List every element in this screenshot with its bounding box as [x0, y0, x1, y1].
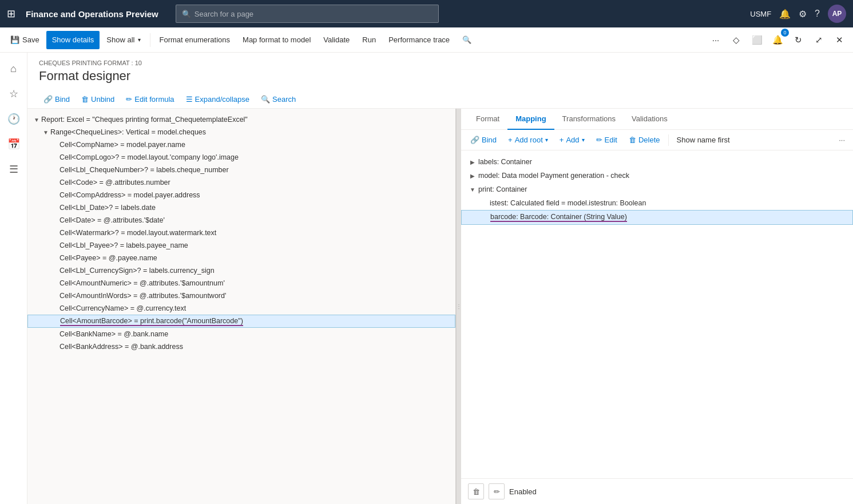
tab-transformations[interactable]: Transformations	[554, 109, 624, 130]
refresh-button[interactable]: ↻	[789, 31, 807, 49]
save-icon: 💾	[10, 35, 19, 44]
tree-row[interactable]: Cell<Lbl_Date>? = labels.date	[27, 201, 455, 214]
close-button[interactable]: ✕	[830, 31, 848, 49]
search-command-button[interactable]: 🔍	[457, 31, 477, 49]
tree-expand-icon: ▼	[41, 128, 50, 137]
tree-row[interactable]: Cell<Lbl_ChequeNumber>? = labels.cheque_…	[27, 164, 455, 176]
edit-bottom-button[interactable]: ✏	[489, 483, 505, 499]
sidebar-home-icon[interactable]: ⌂	[2, 57, 25, 80]
tree-row[interactable]: Cell<BankAddress> = @.bank.address	[27, 340, 455, 353]
settings-icon[interactable]: ⚙	[799, 9, 807, 19]
pane-divider[interactable]: ⋮	[457, 109, 461, 504]
expand-button[interactable]: ⤢	[810, 31, 828, 49]
add-chevron-icon: ▾	[582, 137, 585, 143]
tree-leaf-icon	[50, 140, 59, 149]
add-root-chevron-icon: ▾	[545, 137, 548, 143]
rtree-row[interactable]: ▼ print: Container	[461, 182, 853, 196]
tree-row[interactable]: Cell<AmountNumeric> = @.attributes.'$amo…	[27, 277, 455, 289]
rtree-leaf-icon	[479, 199, 489, 208]
rtree-row[interactable]: ▶ labels: Container	[461, 155, 853, 169]
diamond-button[interactable]: ◇	[727, 31, 745, 49]
tree-row[interactable]: Cell<Date> = @.attributes.'$date'	[27, 214, 455, 227]
show-all-button[interactable]: Show all ▾	[101, 31, 146, 49]
sidebar: ⌂ ☆ 🕐 📅 ☰	[0, 53, 27, 504]
rtree-expand-icon: ▼	[468, 185, 477, 194]
expand-collapse-button[interactable]: ☰ Expand/collapse	[181, 93, 254, 106]
grid-icon[interactable]: ⊞	[7, 7, 15, 20]
validate-button[interactable]: Validate	[318, 31, 355, 49]
sidebar-star-icon[interactable]: ☆	[2, 82, 25, 105]
tree-row[interactable]: Cell<CompAddress> = model.payer.address	[27, 189, 455, 201]
show-all-chevron-icon: ▾	[138, 37, 141, 43]
left-pane: ▼ Report: Excel = "Cheques printing form…	[27, 109, 457, 504]
tab-validations[interactable]: Validations	[624, 109, 676, 130]
add-root-button[interactable]: + Add root ▾	[503, 133, 553, 146]
rtree-row[interactable]: ▶ model: Data model Payment generation -…	[461, 169, 853, 182]
tree-row[interactable]: ▼ Range<ChequeLines>: Vertical = model.c…	[27, 126, 455, 138]
rt-separator	[668, 134, 669, 146]
tree-row[interactable]: Cell<Payee> = @.payee.name	[27, 252, 455, 264]
delete-button[interactable]: 🗑 Delete	[624, 133, 665, 146]
tree-row[interactable]: Cell<BankName> = @.bank.name	[27, 328, 455, 340]
separator-1	[150, 33, 150, 47]
map-format-button[interactable]: Map format to model	[237, 31, 316, 49]
tree-leaf-icon	[50, 153, 59, 162]
rtree-row-selected[interactable]: barcode: Barcode: Container (String Valu…	[461, 210, 853, 225]
tree-leaf-icon	[51, 317, 60, 326]
badge-count: 0	[781, 29, 789, 37]
right-bottom: 🗑 ✏ Enabled	[461, 478, 853, 504]
tree-leaf-icon	[50, 178, 59, 187]
tree-leaf-icon	[50, 216, 59, 225]
columns-button[interactable]: ⬜	[748, 31, 766, 49]
save-button[interactable]: 💾 Save	[5, 31, 45, 49]
search-icon: 🔍	[182, 10, 191, 18]
more-button[interactable]: ···	[835, 133, 848, 146]
tree-row-selected[interactable]: Cell<AmountBarcode> = print.barcode("Amo…	[27, 315, 455, 328]
right-tree: ▶ labels: Container ▶ model: Data model …	[461, 150, 853, 478]
breadcrumb: CHEQUES PRINTING FORMAT : 10	[39, 59, 842, 66]
tree-row[interactable]: Cell<Code> = @.attributes.number	[27, 176, 455, 189]
unbind-button[interactable]: 🗑 Unbind	[77, 93, 119, 106]
show-name-first-button[interactable]: Show name first	[672, 133, 735, 146]
tree-row[interactable]: Cell<CurrencyName> = @.currency.text	[27, 302, 455, 315]
help-icon[interactable]: ?	[815, 9, 820, 19]
more-options-button[interactable]: ···	[707, 31, 725, 49]
tree-row[interactable]: Cell<CompLogo>? = model.layout.'company …	[27, 151, 455, 164]
edit-formula-button[interactable]: ✏ Edit formula	[121, 93, 178, 106]
expand-collapse-icon: ☰	[186, 95, 193, 104]
global-search[interactable]: 🔍	[176, 5, 439, 23]
tree-row[interactable]: Cell<CompName> = model.payer.name	[27, 138, 455, 151]
tree-expand-icon: ▼	[32, 115, 41, 124]
environment-label: USMF	[750, 10, 771, 18]
show-details-button[interactable]: Show details	[46, 31, 100, 49]
tab-format[interactable]: Format	[468, 109, 507, 130]
tree-row[interactable]: Cell<Lbl_CurrencySign>? = labels.currenc…	[27, 264, 455, 277]
tree-leaf-icon	[50, 228, 59, 237]
sidebar-list-icon[interactable]: ☰	[2, 158, 25, 181]
notifications-cmd-button[interactable]: 🔔 0	[768, 31, 787, 49]
notifications-icon[interactable]: 🔔	[779, 9, 791, 19]
sidebar-calendar-icon[interactable]: 📅	[2, 133, 25, 156]
right-toolbar: 🔗 Bind + Add root ▾ + Add ▾ ✏	[461, 130, 853, 150]
delete-bottom-button[interactable]: 🗑	[468, 483, 484, 499]
add-button[interactable]: + Add ▾	[555, 133, 589, 146]
tree-row[interactable]: Cell<Lbl_Payee>? = labels.payee_name	[27, 239, 455, 252]
bind-button[interactable]: 🔗 Bind	[39, 93, 74, 106]
sidebar-recent-icon[interactable]: 🕐	[2, 108, 25, 130]
rtree-row[interactable]: istest: Calculated field = model.istestr…	[461, 196, 853, 210]
performance-trace-button[interactable]: Performance trace	[383, 31, 455, 49]
tree-row[interactable]: ▼ Report: Excel = "Cheques printing form…	[27, 113, 455, 126]
global-search-input[interactable]	[195, 10, 433, 18]
tab-mapping[interactable]: Mapping	[507, 109, 554, 130]
edit-formula-icon: ✏	[126, 95, 132, 104]
tree-row[interactable]: Cell<Watermark>? = model.layout.watermar…	[27, 227, 455, 239]
edit-button[interactable]: ✏ Edit	[592, 133, 622, 146]
run-button[interactable]: Run	[356, 31, 382, 49]
tree-leaf-icon	[50, 266, 59, 275]
avatar[interactable]: AP	[828, 5, 846, 23]
search-button[interactable]: 🔍 Search	[256, 93, 300, 106]
tree-row[interactable]: Cell<AmountInWords> = @.attributes.'$amo…	[27, 289, 455, 302]
format-enumerations-button[interactable]: Format enumerations	[154, 31, 236, 49]
right-bind-button[interactable]: 🔗 Bind	[466, 133, 501, 146]
command-bar: 💾 Save Show details Show all ▾ Format en…	[0, 27, 853, 53]
